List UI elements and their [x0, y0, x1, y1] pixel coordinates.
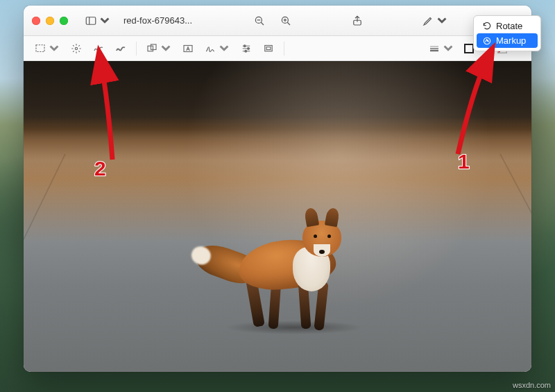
chevron-down-icon: [48, 42, 60, 55]
text-box-icon: [182, 42, 194, 55]
chevron-down-icon: [218, 42, 230, 55]
toolbar-overflow-menu: Rotate Markup: [473, 15, 541, 51]
markup-toolbar: [24, 36, 531, 61]
image-canvas[interactable]: [24, 61, 531, 372]
menu-item-markup-label: Markup: [496, 35, 526, 46]
svg-rect-14: [266, 46, 271, 49]
document-title: red-fox-679643...: [123, 15, 192, 26]
preview-window: red-fox-679643...: [24, 6, 531, 372]
chevron-down-icon: [436, 15, 448, 27]
sign-button[interactable]: [200, 40, 234, 58]
svg-point-12: [245, 50, 247, 52]
chevron-down-icon: [442, 42, 454, 55]
callout-number-1: 1: [458, 150, 470, 173]
zoom-window-button[interactable]: [60, 17, 68, 25]
sketch-icon: [92, 42, 105, 55]
svg-point-11: [248, 47, 250, 49]
magic-wand-icon: [70, 42, 83, 55]
menu-item-rotate-label: Rotate: [496, 21, 522, 31]
svg-point-6: [75, 47, 77, 49]
adjust-color-button[interactable]: [237, 40, 256, 58]
close-window-button[interactable]: [32, 17, 40, 25]
sidebar-icon: [85, 15, 97, 27]
share-button[interactable]: [347, 11, 368, 31]
svg-point-10: [244, 44, 246, 46]
zoom-out-button[interactable]: [249, 11, 270, 31]
highlight-button[interactable]: [418, 11, 452, 31]
instant-alpha-button[interactable]: [67, 40, 86, 58]
markup-icon: [482, 36, 492, 46]
chevron-down-icon: [160, 42, 172, 55]
selection-tool-button[interactable]: [31, 40, 64, 58]
shapes-icon: [146, 42, 158, 55]
shapes-button[interactable]: [142, 40, 176, 58]
chevron-down-icon: [99, 15, 111, 27]
window-titlebar: red-fox-679643...: [24, 6, 531, 36]
minimize-window-button[interactable]: [46, 17, 54, 25]
svg-rect-8: [151, 44, 157, 50]
stroke-color-swatch: [464, 44, 474, 53]
signature-icon: [204, 42, 216, 55]
draw-button[interactable]: [111, 40, 130, 58]
photo-subject-fox: [211, 178, 364, 323]
svg-rect-13: [265, 45, 273, 51]
sliders-icon: [240, 42, 253, 55]
svg-rect-0: [86, 17, 96, 24]
zoom-in-icon: [280, 15, 292, 27]
crop-icon: [262, 42, 275, 55]
share-icon: [351, 15, 364, 27]
draw-icon: [114, 42, 127, 55]
zoom-in-button[interactable]: [275, 11, 296, 31]
zoom-out-icon: [253, 15, 266, 27]
highlight-icon: [422, 15, 434, 27]
rotate-icon: [482, 22, 492, 31]
separator: [284, 42, 284, 56]
sidebar-toggle-button[interactable]: [80, 11, 115, 31]
line-weight-icon: [428, 42, 441, 55]
menu-item-markup[interactable]: Markup: [477, 33, 538, 48]
line-style-button[interactable]: [425, 40, 458, 58]
menu-item-rotate[interactable]: Rotate: [477, 19, 538, 33]
text-tool-button[interactable]: [178, 40, 198, 58]
svg-rect-5: [36, 44, 44, 51]
svg-rect-7: [148, 46, 153, 51]
selection-rect-icon: [34, 42, 46, 55]
sketch-button[interactable]: [89, 40, 108, 58]
adjust-size-button[interactable]: [259, 40, 278, 58]
separator: [136, 42, 137, 56]
traffic-lights: [32, 17, 68, 25]
callout-number-2: 2: [94, 157, 106, 180]
